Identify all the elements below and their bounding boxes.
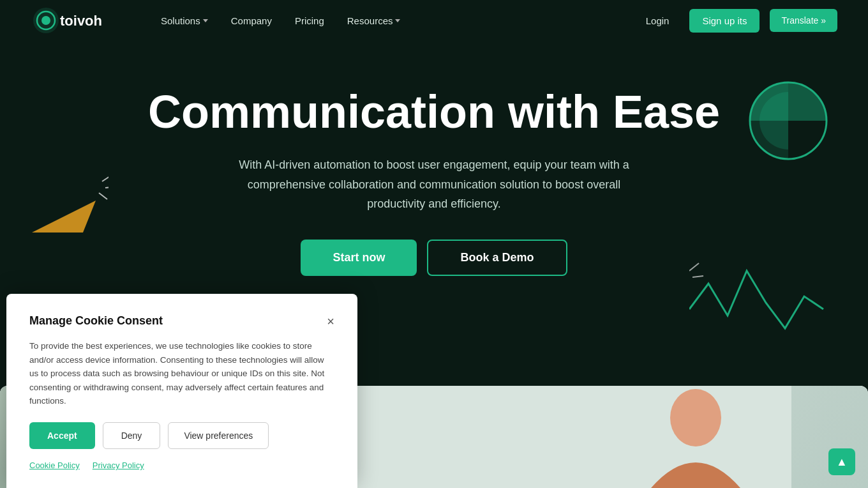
cookie-close-button[interactable]: × — [327, 315, 334, 328]
cookie-actions: Accept Deny View preferences — [29, 422, 334, 449]
cookie-title: Manage Cookie Consent — [29, 314, 163, 328]
cookie-policy-link[interactable]: Cookie Policy — [29, 461, 80, 470]
accept-button[interactable]: Accept — [29, 422, 95, 449]
cookie-header: Manage Cookie Consent × — [29, 314, 334, 328]
view-preferences-button[interactable]: View preferences — [168, 422, 269, 449]
deny-button[interactable]: Deny — [103, 422, 161, 449]
scroll-to-top-button[interactable]: ▲ — [828, 448, 855, 475]
cookie-body: To provide the best experiences, we use … — [29, 339, 334, 408]
cookie-banner: Manage Cookie Consent × To provide the b… — [6, 294, 357, 488]
privacy-policy-link[interactable]: Privacy Policy — [93, 461, 144, 470]
cookie-overlay: Manage Cookie Consent × To provide the b… — [0, 0, 868, 488]
cookie-links: Cookie Policy Privacy Policy — [29, 461, 334, 470]
